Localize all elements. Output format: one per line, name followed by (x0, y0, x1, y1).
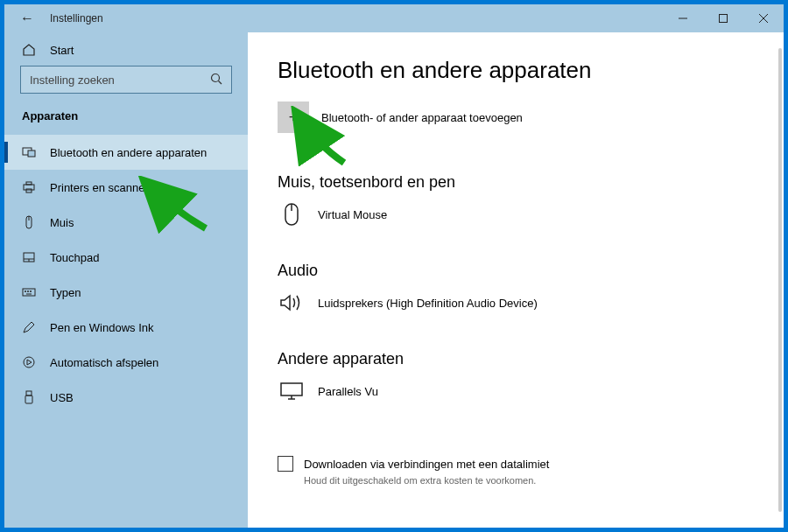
page-title: Bluetooth en andere apparaten (278, 57, 784, 84)
category-title-audio: Audio (278, 262, 784, 280)
search-icon (210, 73, 222, 88)
printer-icon (22, 180, 36, 194)
back-icon[interactable]: ← (20, 10, 34, 26)
sidebar-item-mouse[interactable]: Muis (4, 205, 248, 240)
sidebar-item-label: Muis (50, 216, 74, 229)
svg-rect-7 (28, 150, 35, 157)
add-device-label: Bluetooth- of ander apparaat toevoegen (321, 111, 523, 124)
sidebar-item-label: Touchpad (50, 251, 99, 264)
sidebar-item-printers[interactable]: Printers en scanners (4, 170, 248, 205)
titlebar: ← Instellingen (4, 4, 784, 32)
device-virtual-mouse[interactable]: Virtual Mouse (278, 202, 784, 227)
add-device-button[interactable]: + Bluetooth- of ander apparaat toevoegen (278, 102, 784, 133)
scrollbar[interactable] (778, 48, 782, 512)
sidebar-section-title: Apparaten (4, 109, 248, 135)
main-panel: Bluetooth en andere apparaten + Bluetoot… (248, 32, 784, 528)
sidebar-item-bluetooth[interactable]: Bluetooth en andere apparaten (4, 135, 248, 170)
svg-rect-22 (26, 391, 32, 396)
checkbox-icon[interactable] (278, 456, 293, 472)
sidebar-item-typing[interactable]: Typen (4, 275, 248, 310)
maximize-button[interactable] (703, 4, 743, 32)
svg-line-5 (219, 80, 222, 84)
svg-rect-1 (720, 15, 728, 23)
sidebar-item-touchpad[interactable]: Touchpad (4, 240, 248, 275)
touchpad-icon (22, 250, 36, 264)
devices-icon (22, 145, 36, 159)
search-placeholder: Instelling zoeken (30, 74, 115, 87)
sidebar-item-pen[interactable]: Pen en Windows Ink (4, 310, 248, 345)
category-title-mouse: Muis, toetsenbord en pen (278, 173, 784, 192)
window-title: Instellingen (50, 12, 103, 24)
sidebar-item-label: Automatisch afspelen (50, 356, 158, 369)
sidebar-home-label: Start (50, 44, 74, 57)
download-checkbox-row[interactable]: Downloaden via verbindingen met een data… (278, 456, 784, 472)
sidebar-item-usb[interactable]: USB (4, 380, 248, 415)
download-label: Downloaden via verbindingen met een data… (304, 458, 549, 471)
svg-point-4 (212, 74, 220, 81)
close-button[interactable] (743, 4, 784, 32)
download-note: Houd dit uitgeschakeld om extra kosten t… (278, 475, 784, 486)
keyboard-icon (22, 285, 36, 299)
device-label: Virtual Mouse (318, 208, 387, 221)
svg-rect-9 (26, 182, 32, 185)
sidebar-item-label: Pen en Windows Ink (50, 321, 154, 334)
monitor-icon (278, 379, 306, 403)
category-title-other: Andere apparaten (278, 350, 784, 368)
mouse-icon (22, 215, 36, 229)
pen-icon (22, 320, 36, 334)
minimize-button[interactable] (663, 4, 703, 32)
plus-icon: + (278, 102, 309, 133)
usb-icon (22, 390, 36, 404)
sidebar-item-autoplay[interactable]: Automatisch afspelen (4, 345, 248, 380)
device-label: Luidsprekers (High Definition Audio Devi… (318, 297, 538, 310)
sidebar-item-label: USB (50, 391, 74, 404)
svg-rect-26 (281, 383, 302, 396)
search-input[interactable]: Instelling zoeken (20, 66, 232, 94)
device-parallels[interactable]: Parallels Vu (278, 379, 784, 403)
home-icon (22, 43, 36, 57)
device-speakers[interactable]: Luidsprekers (High Definition Audio Devi… (278, 290, 784, 315)
speaker-icon (278, 290, 306, 315)
sidebar: Start Instelling zoeken Apparaten Blueto… (4, 32, 248, 528)
sidebar-item-label: Typen (50, 286, 81, 299)
svg-rect-16 (23, 289, 35, 296)
settings-window: ← Instellingen Start (4, 4, 784, 528)
sidebar-home[interactable]: Start (4, 38, 248, 66)
sidebar-item-label: Bluetooth en andere apparaten (50, 146, 207, 159)
sidebar-item-label: Printers en scanners (50, 181, 154, 194)
mouse-icon (278, 202, 306, 227)
autoplay-icon (22, 355, 36, 369)
device-label: Parallels Vu (318, 385, 378, 398)
svg-point-21 (24, 357, 34, 368)
svg-rect-23 (25, 396, 32, 403)
